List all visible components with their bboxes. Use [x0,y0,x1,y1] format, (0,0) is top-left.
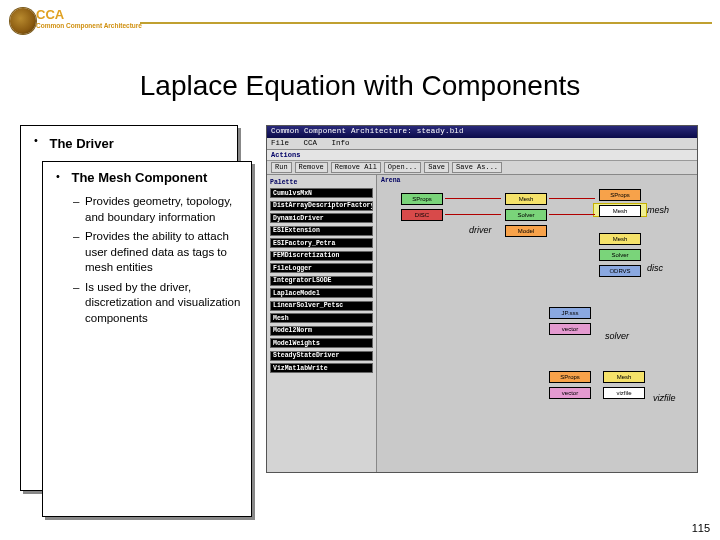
node-model[interactable]: Model [505,225,547,237]
palette-item[interactable]: ESIFactory_Petra [270,238,373,248]
node-jpsss[interactable]: JP.sss [549,307,591,319]
node-vector[interactable]: vector [549,387,591,399]
palette-item[interactable]: LinearSolver_Petsc [270,301,373,311]
remove-all-button[interactable]: Remove All [331,162,381,173]
menu-file[interactable]: File [271,139,289,147]
page-number: 115 [692,522,710,534]
node-sprops[interactable]: SProps [599,189,641,201]
node-vector[interactable]: vector [549,323,591,335]
save-button[interactable]: Save [424,162,449,173]
node-disc[interactable]: DISC [401,209,443,221]
wire [445,214,501,215]
node-solver[interactable]: Solver [505,209,547,221]
app-body: Palette CumulvsMxN DistArrayDescriptorFa… [267,175,697,472]
mesh-item: Provides geometry, topology, and boundar… [73,194,245,225]
label-solver: solver [605,331,629,341]
mesh-list: Provides geometry, topology, and boundar… [43,192,251,336]
node-mesh[interactable]: Mesh [599,233,641,245]
palette-item[interactable]: Model2Norm [270,326,373,336]
node-vizfile[interactable]: vizfile [603,387,645,399]
node-mesh[interactable]: Mesh [599,205,641,217]
palette-item[interactable]: VizMatlabWrite [270,363,373,373]
wire [445,198,501,199]
palette-item[interactable]: CumulvsMxN [270,188,373,198]
node-mesh[interactable]: Mesh [505,193,547,205]
window-titlebar[interactable]: Common Component Architecture: steady.bl… [267,126,697,138]
mesh-box: • The Mesh Component Provides geometry, … [42,161,252,517]
window-title: Common Component Architecture: steady.bl… [271,127,464,135]
node-solver[interactable]: Solver [599,249,641,261]
bullet-icon: • [27,134,45,146]
node-odrvs[interactable]: ODRVS [599,265,641,277]
palette-item[interactable]: ModelWeights [270,338,373,348]
remove-button[interactable]: Remove [295,162,328,173]
brand-full: Common Component Architecture [36,22,142,29]
palette-item[interactable]: DynamicDriver [270,213,373,223]
node-sprops[interactable]: SProps [401,193,443,205]
label-vizfile: vizfile [653,393,676,403]
node-sprops[interactable]: SProps [549,371,591,383]
menubar[interactable]: File CCA Info [267,138,697,150]
node-mesh[interactable]: Mesh [603,371,645,383]
mesh-title: The Mesh Component [71,170,231,186]
palette-item[interactable]: Mesh [270,313,373,323]
palette-item[interactable]: ESIExtension [270,226,373,236]
palette-item[interactable]: IntegratorLSODE [270,276,373,286]
wire [549,214,595,215]
open-button[interactable]: Open... [384,162,421,173]
palette-item[interactable]: FileLogger [270,263,373,273]
mesh-item: Provides the ability to attach user defi… [73,229,245,276]
palette-heading: Palette [270,178,373,188]
label-disc: disc [647,263,663,273]
slide-header: CCA Common Component Architecture [0,0,720,40]
brand-abbr: CCA [36,7,64,22]
palette-item[interactable]: FEMDiscretization [270,251,373,261]
label-mesh: mesh [647,205,669,215]
logo-circle-icon [10,8,36,34]
palette-item[interactable]: LaplaceModel [270,288,373,298]
save-as-button[interactable]: Save As... [452,162,502,173]
toolbar: Run Remove Remove All Open... Save Save … [267,161,697,175]
header-rule [140,22,712,24]
actions-row: Actions [267,150,697,161]
menu-info[interactable]: Info [332,139,350,147]
palette-item[interactable]: DistArrayDescriptorFactory [270,201,373,211]
arena-panel[interactable]: Arena SProps DISC driver Mesh Solver Mod… [377,175,697,472]
arena-heading: Arena [377,175,697,186]
palette-panel: Palette CumulvsMxN DistArrayDescriptorFa… [267,175,377,472]
app-screenshot: Common Component Architecture: steady.bl… [266,125,698,473]
wire [549,198,595,199]
palette-item[interactable]: SteadyStateDriver [270,351,373,361]
page-title: Laplace Equation with Components [0,70,720,102]
label-driver: driver [469,225,492,235]
bullet-icon: • [49,170,67,182]
mesh-item: Is used by the driver, discretization an… [73,280,245,327]
driver-label: The Driver [49,136,113,151]
run-button[interactable]: Run [271,162,292,173]
menu-cca[interactable]: CCA [304,139,318,147]
